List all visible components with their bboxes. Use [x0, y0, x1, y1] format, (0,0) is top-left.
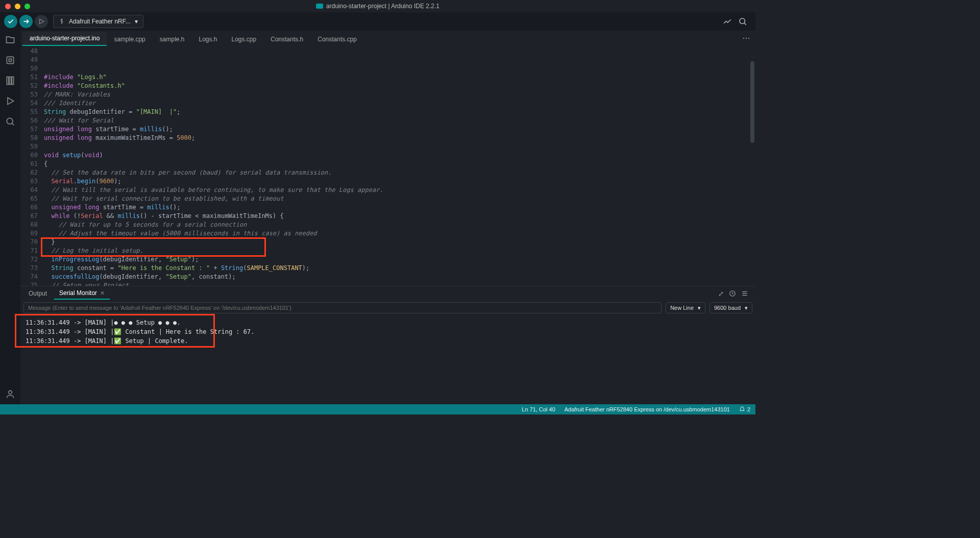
serial-output: 11:36:31.449 -> [MAIN] |● ● ● Setup ● ● … [20, 315, 755, 404]
clear-output-icon[interactable] [741, 290, 748, 298]
status-board: Adafruit Feather nRF52840 Express on /de… [565, 406, 730, 412]
svg-rect-4 [7, 57, 13, 63]
file-tab[interactable]: Logs.cpp [225, 33, 264, 46]
board-selector[interactable]: Adafruit Feather nRF... ▾ [53, 15, 143, 28]
titlebar: arduino-starter-project | Arduino IDE 2.… [0, 0, 755, 12]
svg-line-3 [744, 23, 746, 25]
sketchbook-icon[interactable] [5, 35, 15, 45]
code-editor[interactable]: 4849505152535455565758596061626364656667… [20, 46, 755, 286]
file-tab[interactable]: arduino-starter-project.ino [22, 32, 107, 46]
svg-rect-5 [9, 59, 12, 62]
chevron-down-icon: ▾ [745, 305, 748, 311]
serial-message-input[interactable] [23, 302, 662, 313]
line-ending-select[interactable]: New Line▾ [666, 302, 705, 313]
sidebar [0, 31, 20, 404]
file-tab[interactable]: Logs.h [191, 33, 224, 46]
maximize-window[interactable] [24, 4, 30, 9]
bottom-panel: Output Serial Monitor ✕ ⤢ [20, 286, 755, 404]
board-name: Adafruit Feather nRF... [69, 18, 131, 25]
debug-button[interactable] [35, 15, 48, 28]
file-tabs: arduino-starter-project.ino sample.cpp s… [20, 31, 755, 46]
svg-marker-1 [40, 19, 44, 23]
editor-area: arduino-starter-project.ino sample.cpp s… [20, 31, 755, 404]
file-tab[interactable]: sample.h [153, 33, 192, 46]
verify-button[interactable] [4, 15, 17, 28]
account-icon[interactable] [5, 389, 15, 399]
board-manager-icon[interactable] [5, 55, 15, 65]
svg-point-12 [9, 390, 12, 394]
minimize-window[interactable] [15, 4, 20, 9]
svg-line-11 [12, 123, 14, 125]
line-gutter: 4849505152535455565758596061626364656667… [20, 46, 44, 286]
panel-expand-icon[interactable]: ⤢ [718, 290, 724, 298]
chevron-down-icon: ▾ [698, 305, 701, 311]
file-tab[interactable]: sample.cpp [107, 33, 152, 46]
notifications-button[interactable]: 2 [739, 406, 750, 412]
svg-marker-9 [8, 97, 14, 104]
tabs-more-icon[interactable]: ⋯ [737, 30, 755, 46]
chevron-down-icon: ▾ [135, 18, 138, 25]
arduino-logo-icon [316, 4, 323, 9]
upload-button[interactable] [19, 15, 33, 28]
serial-monitor-tab[interactable]: Serial Monitor ✕ [54, 287, 110, 300]
file-tab[interactable]: Constants.h [263, 33, 310, 46]
serial-plotter-icon[interactable] [723, 17, 732, 26]
svg-point-10 [7, 118, 13, 124]
debug-sidebar-icon[interactable] [5, 96, 15, 106]
close-icon[interactable]: ✕ [100, 290, 105, 297]
code-content[interactable]: #include "Logs.h"#include "Constants.h"/… [44, 46, 755, 286]
library-manager-icon[interactable] [5, 76, 15, 86]
output-tab[interactable]: Output [23, 288, 52, 299]
window-title: arduino-starter-project | Arduino IDE 2.… [316, 3, 439, 10]
status-bar: Ln 71, Col 40 Adafruit Feather nRF52840 … [0, 404, 755, 414]
usb-icon [59, 18, 65, 25]
file-tab[interactable]: Constants.cpp [310, 33, 364, 46]
svg-point-2 [740, 18, 745, 24]
clock-icon[interactable] [729, 290, 736, 298]
editor-scrollbar[interactable] [750, 61, 754, 143]
serial-monitor-icon[interactable] [738, 17, 747, 26]
cursor-position: Ln 71, Col 40 [522, 406, 555, 412]
search-icon[interactable] [5, 116, 15, 127]
toolbar: Adafruit Feather nRF... ▾ [0, 12, 755, 31]
close-window[interactable] [5, 4, 11, 9]
baud-rate-select[interactable]: 9600 baud▾ [709, 302, 752, 313]
svg-rect-6 [7, 77, 8, 85]
svg-rect-8 [12, 77, 13, 85]
traffic-lights [0, 4, 30, 9]
svg-rect-7 [9, 77, 11, 85]
